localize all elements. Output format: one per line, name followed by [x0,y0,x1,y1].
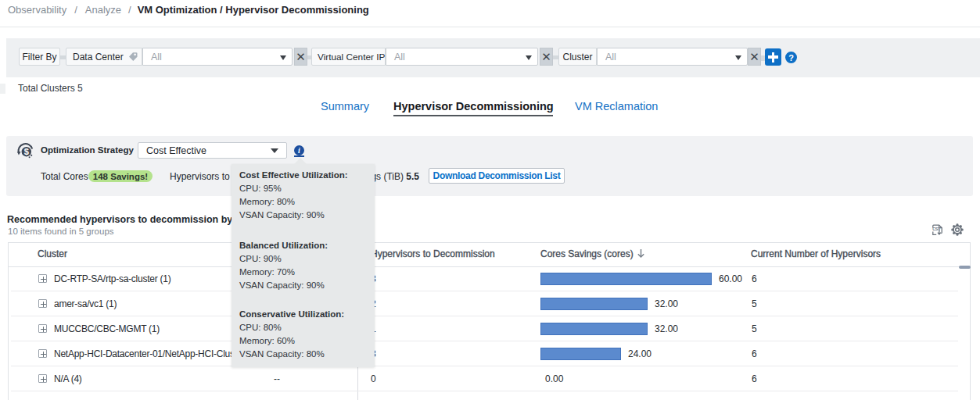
svg-text:$: $ [24,147,29,156]
